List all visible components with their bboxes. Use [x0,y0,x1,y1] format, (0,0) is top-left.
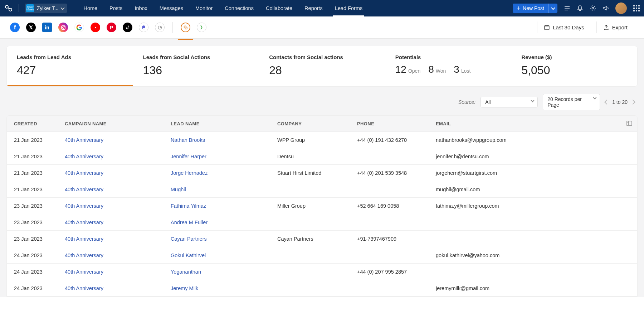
stat-card[interactable]: Revenue ($)5,050 [511,46,637,86]
desk-icon[interactable] [197,23,206,32]
potential-item: 12Open [395,64,420,75]
th-company[interactable]: COMPANY [273,116,353,131]
cell-company: WPP Group [273,132,353,148]
cell-company: Miller Group [273,198,353,214]
cell-campaign[interactable]: 40th Anniversary [60,247,166,263]
chevron-down-icon [593,96,597,100]
th-lead[interactable]: LEAD NAME [166,116,273,131]
source-value: All [485,99,491,105]
export-button[interactable]: Export [596,21,634,33]
cell-lead[interactable]: Mughil [166,181,273,197]
stat-value: 136 [143,64,249,77]
table-row[interactable]: 24 Jan 202340th AnniversaryGokul Kathirv… [7,247,637,264]
cell-lead[interactable]: Gokul Kathirvel [166,247,273,263]
svg-rect-7 [545,26,549,30]
linkedin-icon[interactable]: in [42,23,52,32]
th-email[interactable]: EMAIL [431,116,637,131]
threads-icon[interactable] [155,23,165,32]
list-icon[interactable] [564,5,570,11]
th-phone[interactable]: PHONE [353,116,431,131]
cell-phone [353,181,431,197]
cell-campaign[interactable]: 40th Anniversary [60,132,166,148]
nav-reports[interactable]: Reports [299,0,328,16]
nav-collaborate[interactable]: Collaborate [260,0,298,16]
cell-email [431,231,637,247]
svg-rect-8 [627,121,632,125]
cell-company: Dentsu [273,148,353,164]
stat-card[interactable]: Leads from Social Actions136 [133,46,259,86]
table-row[interactable]: 21 Jan 202340th AnniversaryMughilmughil@… [7,181,637,198]
nav-inbox[interactable]: Inbox [129,0,153,16]
table-row[interactable]: 21 Jan 202340th AnniversaryJennifer Harp… [7,148,637,165]
cell-lead[interactable]: Nathan Brooks [166,132,273,148]
nav-home[interactable]: Home [78,0,103,16]
source-select[interactable]: All [480,97,538,107]
instagram-icon[interactable] [58,23,68,32]
cell-company [273,214,353,230]
x-twitter-icon[interactable] [26,23,36,32]
new-post-dropdown[interactable] [548,4,557,13]
stat-card[interactable]: Potentials12Open8Won3Lost [385,46,512,86]
table-row[interactable]: 21 Jan 202340th AnniversaryNathan Brooks… [7,132,637,148]
cell-campaign[interactable]: 40th Anniversary [60,264,166,280]
records-select[interactable]: 20 Records per Page [543,94,600,110]
google-icon[interactable] [74,23,84,32]
cell-campaign[interactable]: 40th Anniversary [60,165,166,181]
nav-lead-forms[interactable]: Lead Forms [329,0,368,16]
nav-messages[interactable]: Messages [154,0,189,16]
cell-lead[interactable]: Cayan Partners [166,231,273,247]
cell-lead[interactable]: Yogananthan [166,264,273,280]
cell-email: mughil@gmail.com [431,181,637,197]
stat-card[interactable]: Leads from Lead Ads427 [7,46,133,86]
table-row[interactable]: 23 Jan 202340th AnniversaryCayan Partner… [7,231,637,247]
cell-lead[interactable]: Jennifer Harper [166,148,273,164]
cell-lead[interactable]: Jeremy Milk [166,280,273,296]
cell-lead[interactable]: Jorge Hernadez [166,165,273,181]
potentials-row: 12Open8Won3Lost [395,64,501,75]
mastodon-icon[interactable] [139,23,148,32]
stat-value: 28 [269,64,375,77]
cell-campaign[interactable]: 40th Anniversary [60,214,166,230]
nav-connections[interactable]: Connections [219,0,259,16]
potential-number: 3 [454,64,459,75]
column-settings-icon[interactable] [626,121,632,127]
settings-icon[interactable] [590,5,596,11]
table-row[interactable]: 21 Jan 202340th AnniversaryJorge Hernade… [7,165,637,181]
crm-icon[interactable] [181,23,190,32]
facebook-icon[interactable]: f [10,23,20,32]
stat-title: Leads from Social Actions [143,54,249,60]
cell-created: 21 Jan 2023 [7,132,60,148]
cell-campaign[interactable]: 40th Anniversary [60,231,166,247]
cell-email [431,214,637,230]
nav-monitor[interactable]: Monitor [190,0,218,16]
logo-icon [4,4,13,13]
pinterest-icon[interactable]: P [107,23,116,32]
notifications-icon[interactable] [577,5,583,11]
next-page[interactable] [630,100,635,105]
prev-page[interactable] [604,100,609,105]
stat-card[interactable]: Contacts from Social actions28 [259,46,385,86]
nav-posts[interactable]: Posts [104,0,128,16]
cell-campaign[interactable]: 40th Anniversary [60,280,166,296]
cell-company [273,280,353,296]
announce-icon[interactable] [602,5,609,11]
th-campaign[interactable]: CAMPAIGN NAME [60,116,166,131]
tiktok-icon[interactable] [123,23,132,32]
table-row[interactable]: 23 Jan 202340th AnniversaryAndrea M Full… [7,214,637,231]
user-avatar[interactable] [615,3,627,14]
cell-lead[interactable]: Andrea M Fuller [166,214,273,230]
cell-campaign[interactable]: 40th Anniversary [60,181,166,197]
youtube-icon[interactable] [91,23,100,32]
date-range-selector[interactable]: Last 30 Days [537,21,591,33]
cell-campaign[interactable]: 40th Anniversary [60,198,166,214]
new-post-button[interactable]: + New Post [513,4,548,13]
cell-campaign[interactable]: 40th Anniversary [60,148,166,164]
table-row[interactable]: 24 Jan 202340th AnniversaryJeremy Milkje… [7,280,637,297]
apps-icon[interactable] [633,5,640,11]
brand-selector[interactable]: ZylkerTravels Zylker T... [25,4,67,13]
table-row[interactable]: 24 Jan 202340th AnniversaryYogananthan+4… [7,264,637,280]
app-logo[interactable] [4,4,13,13]
th-created[interactable]: CREATED [7,116,60,131]
cell-lead[interactable]: Fathima Yilmaz [166,198,273,214]
table-row[interactable]: 23 Jan 202340th AnniversaryFathima Yilma… [7,198,637,214]
